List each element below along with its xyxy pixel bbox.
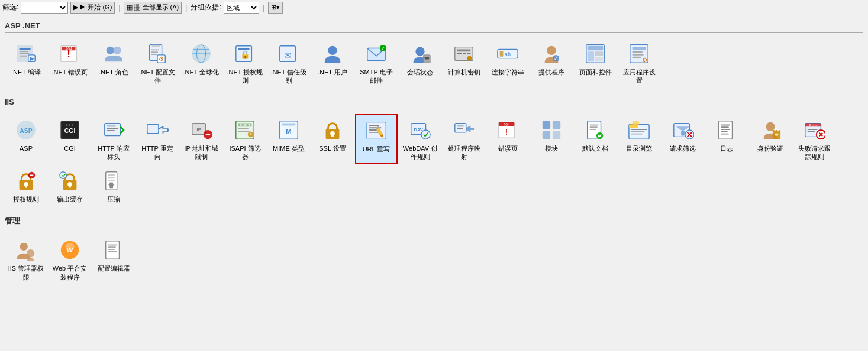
smtp-label: SMTP 电子邮件: [358, 68, 395, 85]
svg-rect-79: [238, 128, 249, 129]
svg-rect-168: [108, 251, 117, 252]
provider-label: 提供程序: [538, 68, 564, 76]
icon-net-compile[interactable]: ▶ .NET 编译: [5, 38, 47, 88]
section-aspnet: ASP .NET ▶ .NET 编译: [5, 18, 863, 88]
icon-auth[interactable]: 身份验证: [749, 114, 792, 164]
icon-request-filter[interactable]: 请求筛选: [662, 114, 704, 164]
net-config-label: .NET 配置文件: [139, 68, 176, 85]
svg-point-34: [415, 47, 424, 56]
config-editor-icon: [102, 238, 125, 262]
icon-error-page[interactable]: 404 ! 错误页: [486, 114, 529, 164]
svg-text:ab: ab: [505, 51, 511, 57]
svg-text:▶: ▶: [30, 56, 34, 61]
icon-auth-rules[interactable]: 授权规则: [5, 165, 47, 206]
icon-net-role[interactable]: .NET 角色: [92, 38, 135, 88]
main-content: ASP .NET ▶ .NET 编译: [0, 15, 868, 292]
net-role-icon: [102, 42, 125, 66]
pagecontrol-icon: [583, 42, 607, 66]
filter-select[interactable]: [21, 2, 68, 14]
icon-asp[interactable]: ASP ASP: [5, 114, 47, 164]
svg-rect-108: [553, 121, 560, 128]
filter-label: 筛选:: [2, 2, 18, 12]
icon-web-platform[interactable]: W Web 平台安装程序: [49, 234, 91, 284]
svg-rect-53: [595, 51, 603, 56]
icon-dir-browse[interactable]: 目录浏览: [618, 114, 660, 164]
svg-point-12: [113, 47, 121, 54]
url-rewrite-icon: [364, 119, 388, 142]
group-by-select[interactable]: 区域: [224, 2, 259, 14]
net-auth-label: .NET 授权规则: [227, 68, 263, 85]
icon-machinekey[interactable]: 计算机密钥: [443, 38, 485, 88]
net-error-label: .NET 错误页: [52, 68, 88, 76]
icon-net-user[interactable]: .NET 用户: [311, 38, 354, 88]
svg-rect-110: [553, 131, 560, 138]
svg-rect-41: [467, 53, 471, 54]
view-button[interactable]: ⊞▾: [268, 2, 283, 14]
icon-cgi[interactable]: CGI CGI CGI: [49, 114, 91, 164]
net-error-icon: ! 404: [58, 42, 82, 66]
icon-http-response[interactable]: HTTP 响应标头: [92, 114, 135, 164]
net-trust-label: .NET 信任级别: [270, 68, 307, 85]
icon-net-global[interactable]: .NET 全球化: [180, 38, 222, 88]
handler-icon: [452, 118, 476, 142]
svg-rect-56: [633, 47, 646, 50]
icon-output-cache[interactable]: 输出缓存: [49, 165, 91, 206]
svg-rect-58: [633, 54, 644, 56]
section-iis-title: IIS: [5, 94, 863, 109]
svg-rect-3: [20, 53, 30, 54]
icon-session[interactable]: 会话状态: [399, 38, 441, 88]
svg-rect-38: [457, 49, 471, 51]
icon-pagecontrol[interactable]: 页面和控件: [574, 38, 617, 88]
http-response-label: HTTP 响应标头: [95, 144, 132, 161]
iis-icon-grid: ASP ASP CGI CGI CGI: [5, 114, 863, 207]
icon-module[interactable]: 模块: [530, 114, 573, 164]
icon-net-config[interactable]: ⚙ .NET 配置文件: [136, 38, 179, 88]
icon-connstring[interactable]: ab 连接字符串: [486, 38, 529, 88]
icon-webdav[interactable]: DAV WebDAV 创作规则: [399, 114, 441, 164]
start-button[interactable]: ▶ ▶ 开始 (G): [70, 2, 115, 14]
asp-icon: ASP: [14, 118, 38, 142]
icon-log[interactable]: 日志: [705, 114, 748, 164]
icon-iis-mgr-perm[interactable]: IIS 管理器权限: [5, 234, 47, 284]
icon-net-trust[interactable]: ✉ .NET 信任级别: [267, 38, 310, 88]
svg-rect-165: [108, 245, 117, 246]
icon-fail-request[interactable]: Error 失败请求跟踪规则: [793, 114, 835, 164]
icon-compress[interactable]: 压缩: [92, 165, 135, 206]
icon-mime[interactable]: M MIME 类型: [267, 114, 310, 164]
svg-rect-1: [20, 48, 31, 50]
icon-config-editor[interactable]: 配置编辑器: [92, 234, 135, 284]
svg-text:W: W: [67, 246, 73, 254]
svg-rect-46: [500, 51, 504, 57]
svg-rect-102: [457, 128, 463, 129]
svg-rect-43: [467, 57, 469, 61]
icon-handler[interactable]: 处理程序映射: [443, 114, 485, 164]
output-cache-icon: [58, 169, 82, 193]
icon-url-rewrite[interactable]: URL 重写: [355, 114, 398, 164]
ssl-icon: [321, 118, 344, 142]
net-auth-icon: 🔒: [233, 42, 257, 66]
icon-net-auth[interactable]: 🔒 .NET 授权规则: [224, 38, 266, 88]
icon-appsetting[interactable]: ⚙ 应用程序设置: [618, 38, 660, 88]
icon-smtp[interactable]: ✓ SMTP 电子邮件: [355, 38, 398, 88]
svg-rect-80: [238, 131, 250, 132]
icon-net-error[interactable]: ! 404 .NET 错误页: [49, 38, 91, 88]
icon-provider[interactable]: ✓ 提供程序: [530, 38, 573, 88]
log-icon: [715, 118, 738, 142]
show-all-button[interactable]: ▦ ▦ 全部显示 (A): [124, 2, 182, 14]
appsetting-label: 应用程序设置: [621, 68, 657, 85]
error-page-label: 错误页: [498, 144, 518, 152]
net-role-label: .NET 角色: [99, 68, 128, 76]
icon-ssl[interactable]: SSL 设置: [311, 114, 354, 164]
icon-http-redirect[interactable]: HTTP 重定向: [136, 114, 179, 164]
svg-rect-140: [808, 129, 818, 130]
svg-rect-101: [457, 125, 464, 126]
http-response-icon: [102, 118, 125, 142]
auth-rules-label: 授权规则: [13, 195, 39, 203]
icon-isapi[interactable]: ISAPI F ISAPI 筛选器: [224, 114, 266, 164]
asp-label: ASP: [20, 144, 33, 152]
icon-ip-restrict[interactable]: IP IP 地址和域限制: [180, 114, 222, 164]
ip-restrict-label: IP 地址和域限制: [183, 144, 220, 161]
web-platform-label: Web 平台安装程序: [51, 264, 88, 281]
icon-default-doc[interactable]: 默认文档: [574, 114, 617, 164]
section-iis: IIS ASP ASP CGI CGI: [5, 94, 863, 207]
